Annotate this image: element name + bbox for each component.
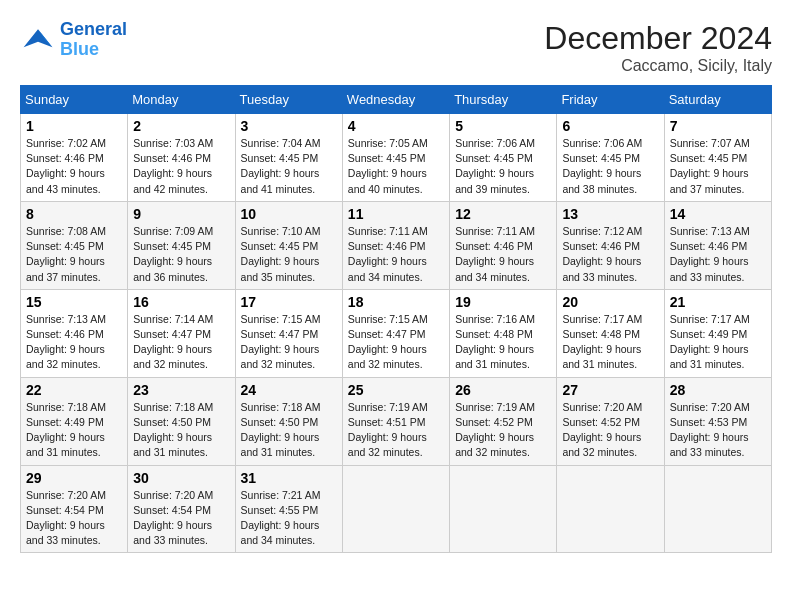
day-number: 16 xyxy=(133,294,229,310)
calendar-cell: 14 Sunrise: 7:13 AMSunset: 4:46 PMDaylig… xyxy=(664,201,771,289)
day-number: 28 xyxy=(670,382,766,398)
day-number: 26 xyxy=(455,382,551,398)
day-info: Sunrise: 7:11 AMSunset: 4:46 PMDaylight:… xyxy=(348,224,444,285)
day-number: 23 xyxy=(133,382,229,398)
day-number: 5 xyxy=(455,118,551,134)
day-number: 15 xyxy=(26,294,122,310)
calendar-cell: 15 Sunrise: 7:13 AMSunset: 4:46 PMDaylig… xyxy=(21,289,128,377)
title-block: December 2024 Caccamo, Sicily, Italy xyxy=(544,20,772,75)
weekday-header: Tuesday xyxy=(235,86,342,114)
day-number: 12 xyxy=(455,206,551,222)
calendar-cell xyxy=(342,465,449,553)
svg-marker-0 xyxy=(24,29,53,47)
day-info: Sunrise: 7:03 AMSunset: 4:46 PMDaylight:… xyxy=(133,136,229,197)
day-number: 1 xyxy=(26,118,122,134)
day-number: 25 xyxy=(348,382,444,398)
calendar-cell: 8 Sunrise: 7:08 AMSunset: 4:45 PMDayligh… xyxy=(21,201,128,289)
calendar-cell: 16 Sunrise: 7:14 AMSunset: 4:47 PMDaylig… xyxy=(128,289,235,377)
day-number: 22 xyxy=(26,382,122,398)
logo: General Blue xyxy=(20,20,127,60)
calendar-cell: 29 Sunrise: 7:20 AMSunset: 4:54 PMDaylig… xyxy=(21,465,128,553)
day-info: Sunrise: 7:17 AMSunset: 4:49 PMDaylight:… xyxy=(670,312,766,373)
day-number: 17 xyxy=(241,294,337,310)
calendar-cell: 2 Sunrise: 7:03 AMSunset: 4:46 PMDayligh… xyxy=(128,114,235,202)
calendar-cell: 28 Sunrise: 7:20 AMSunset: 4:53 PMDaylig… xyxy=(664,377,771,465)
calendar-cell: 18 Sunrise: 7:15 AMSunset: 4:47 PMDaylig… xyxy=(342,289,449,377)
logo-text: General Blue xyxy=(60,20,127,60)
day-number: 21 xyxy=(670,294,766,310)
calendar-header-row: SundayMondayTuesdayWednesdayThursdayFrid… xyxy=(21,86,772,114)
calendar-cell: 27 Sunrise: 7:20 AMSunset: 4:52 PMDaylig… xyxy=(557,377,664,465)
day-info: Sunrise: 7:20 AMSunset: 4:52 PMDaylight:… xyxy=(562,400,658,461)
day-info: Sunrise: 7:13 AMSunset: 4:46 PMDaylight:… xyxy=(26,312,122,373)
calendar-cell: 25 Sunrise: 7:19 AMSunset: 4:51 PMDaylig… xyxy=(342,377,449,465)
day-number: 20 xyxy=(562,294,658,310)
calendar-cell: 1 Sunrise: 7:02 AMSunset: 4:46 PMDayligh… xyxy=(21,114,128,202)
day-number: 9 xyxy=(133,206,229,222)
calendar-table: SundayMondayTuesdayWednesdayThursdayFrid… xyxy=(20,85,772,553)
day-info: Sunrise: 7:06 AMSunset: 4:45 PMDaylight:… xyxy=(455,136,551,197)
calendar-cell: 30 Sunrise: 7:20 AMSunset: 4:54 PMDaylig… xyxy=(128,465,235,553)
calendar-cell: 23 Sunrise: 7:18 AMSunset: 4:50 PMDaylig… xyxy=(128,377,235,465)
day-info: Sunrise: 7:12 AMSunset: 4:46 PMDaylight:… xyxy=(562,224,658,285)
day-info: Sunrise: 7:02 AMSunset: 4:46 PMDaylight:… xyxy=(26,136,122,197)
day-number: 10 xyxy=(241,206,337,222)
day-number: 6 xyxy=(562,118,658,134)
calendar-cell: 22 Sunrise: 7:18 AMSunset: 4:49 PMDaylig… xyxy=(21,377,128,465)
day-info: Sunrise: 7:16 AMSunset: 4:48 PMDaylight:… xyxy=(455,312,551,373)
day-number: 3 xyxy=(241,118,337,134)
calendar-cell: 4 Sunrise: 7:05 AMSunset: 4:45 PMDayligh… xyxy=(342,114,449,202)
day-info: Sunrise: 7:06 AMSunset: 4:45 PMDaylight:… xyxy=(562,136,658,197)
calendar-week-row: 22 Sunrise: 7:18 AMSunset: 4:49 PMDaylig… xyxy=(21,377,772,465)
calendar-cell: 13 Sunrise: 7:12 AMSunset: 4:46 PMDaylig… xyxy=(557,201,664,289)
calendar-cell: 21 Sunrise: 7:17 AMSunset: 4:49 PMDaylig… xyxy=(664,289,771,377)
day-info: Sunrise: 7:07 AMSunset: 4:45 PMDaylight:… xyxy=(670,136,766,197)
day-info: Sunrise: 7:19 AMSunset: 4:51 PMDaylight:… xyxy=(348,400,444,461)
calendar-cell: 5 Sunrise: 7:06 AMSunset: 4:45 PMDayligh… xyxy=(450,114,557,202)
calendar-cell: 31 Sunrise: 7:21 AMSunset: 4:55 PMDaylig… xyxy=(235,465,342,553)
calendar-cell: 24 Sunrise: 7:18 AMSunset: 4:50 PMDaylig… xyxy=(235,377,342,465)
day-info: Sunrise: 7:15 AMSunset: 4:47 PMDaylight:… xyxy=(241,312,337,373)
logo-icon xyxy=(20,22,56,58)
calendar-week-row: 29 Sunrise: 7:20 AMSunset: 4:54 PMDaylig… xyxy=(21,465,772,553)
day-number: 30 xyxy=(133,470,229,486)
weekday-header: Friday xyxy=(557,86,664,114)
day-info: Sunrise: 7:18 AMSunset: 4:50 PMDaylight:… xyxy=(133,400,229,461)
calendar-cell: 3 Sunrise: 7:04 AMSunset: 4:45 PMDayligh… xyxy=(235,114,342,202)
calendar-cell xyxy=(557,465,664,553)
weekday-header: Thursday xyxy=(450,86,557,114)
day-number: 2 xyxy=(133,118,229,134)
page-header: General Blue December 2024 Caccamo, Sici… xyxy=(20,20,772,75)
calendar-week-row: 15 Sunrise: 7:13 AMSunset: 4:46 PMDaylig… xyxy=(21,289,772,377)
day-info: Sunrise: 7:11 AMSunset: 4:46 PMDaylight:… xyxy=(455,224,551,285)
calendar-cell xyxy=(664,465,771,553)
day-number: 7 xyxy=(670,118,766,134)
calendar-cell: 11 Sunrise: 7:11 AMSunset: 4:46 PMDaylig… xyxy=(342,201,449,289)
day-number: 8 xyxy=(26,206,122,222)
calendar-cell: 12 Sunrise: 7:11 AMSunset: 4:46 PMDaylig… xyxy=(450,201,557,289)
day-number: 24 xyxy=(241,382,337,398)
day-info: Sunrise: 7:13 AMSunset: 4:46 PMDaylight:… xyxy=(670,224,766,285)
weekday-header: Saturday xyxy=(664,86,771,114)
day-info: Sunrise: 7:15 AMSunset: 4:47 PMDaylight:… xyxy=(348,312,444,373)
day-info: Sunrise: 7:14 AMSunset: 4:47 PMDaylight:… xyxy=(133,312,229,373)
day-number: 31 xyxy=(241,470,337,486)
day-number: 14 xyxy=(670,206,766,222)
calendar-week-row: 8 Sunrise: 7:08 AMSunset: 4:45 PMDayligh… xyxy=(21,201,772,289)
day-info: Sunrise: 7:09 AMSunset: 4:45 PMDaylight:… xyxy=(133,224,229,285)
weekday-header: Wednesday xyxy=(342,86,449,114)
calendar-cell: 9 Sunrise: 7:09 AMSunset: 4:45 PMDayligh… xyxy=(128,201,235,289)
day-info: Sunrise: 7:10 AMSunset: 4:45 PMDaylight:… xyxy=(241,224,337,285)
day-number: 11 xyxy=(348,206,444,222)
day-info: Sunrise: 7:18 AMSunset: 4:50 PMDaylight:… xyxy=(241,400,337,461)
day-number: 18 xyxy=(348,294,444,310)
calendar-cell: 7 Sunrise: 7:07 AMSunset: 4:45 PMDayligh… xyxy=(664,114,771,202)
day-info: Sunrise: 7:17 AMSunset: 4:48 PMDaylight:… xyxy=(562,312,658,373)
day-info: Sunrise: 7:05 AMSunset: 4:45 PMDaylight:… xyxy=(348,136,444,197)
weekday-header: Monday xyxy=(128,86,235,114)
calendar-cell: 17 Sunrise: 7:15 AMSunset: 4:47 PMDaylig… xyxy=(235,289,342,377)
calendar-cell: 6 Sunrise: 7:06 AMSunset: 4:45 PMDayligh… xyxy=(557,114,664,202)
day-info: Sunrise: 7:20 AMSunset: 4:54 PMDaylight:… xyxy=(133,488,229,549)
month-title: December 2024 xyxy=(544,20,772,57)
calendar-cell: 10 Sunrise: 7:10 AMSunset: 4:45 PMDaylig… xyxy=(235,201,342,289)
